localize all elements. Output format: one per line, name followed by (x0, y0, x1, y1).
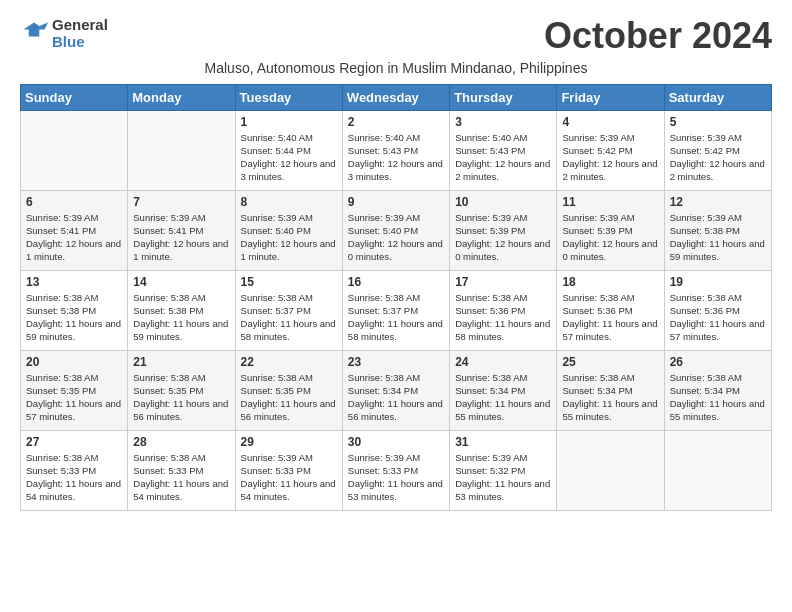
day-info: Sunrise: 5:39 AM Sunset: 5:38 PM Dayligh… (670, 211, 766, 264)
calendar-cell: 2Sunrise: 5:40 AM Sunset: 5:43 PM Daylig… (342, 110, 449, 190)
calendar-cell: 20Sunrise: 5:38 AM Sunset: 5:35 PM Dayli… (21, 350, 128, 430)
day-number: 20 (26, 355, 122, 369)
page-header: General Blue October 2024 (20, 16, 772, 56)
calendar-cell: 30Sunrise: 5:39 AM Sunset: 5:33 PM Dayli… (342, 430, 449, 510)
day-info: Sunrise: 5:38 AM Sunset: 5:35 PM Dayligh… (241, 371, 337, 424)
logo-text: General Blue (52, 16, 108, 50)
calendar-cell: 9Sunrise: 5:39 AM Sunset: 5:40 PM Daylig… (342, 190, 449, 270)
day-number: 17 (455, 275, 551, 289)
calendar-cell (664, 430, 771, 510)
day-number: 10 (455, 195, 551, 209)
day-number: 30 (348, 435, 444, 449)
day-number: 1 (241, 115, 337, 129)
day-info: Sunrise: 5:38 AM Sunset: 5:34 PM Dayligh… (455, 371, 551, 424)
logo: General Blue (20, 16, 108, 50)
day-info: Sunrise: 5:38 AM Sunset: 5:35 PM Dayligh… (133, 371, 229, 424)
col-header-wednesday: Wednesday (342, 84, 449, 110)
day-number: 22 (241, 355, 337, 369)
day-number: 24 (455, 355, 551, 369)
day-info: Sunrise: 5:38 AM Sunset: 5:34 PM Dayligh… (562, 371, 658, 424)
day-number: 21 (133, 355, 229, 369)
day-number: 7 (133, 195, 229, 209)
calendar-table: SundayMondayTuesdayWednesdayThursdayFrid… (20, 84, 772, 511)
day-number: 3 (455, 115, 551, 129)
day-number: 18 (562, 275, 658, 289)
calendar-cell: 19Sunrise: 5:38 AM Sunset: 5:36 PM Dayli… (664, 270, 771, 350)
calendar-cell: 12Sunrise: 5:39 AM Sunset: 5:38 PM Dayli… (664, 190, 771, 270)
calendar-cell: 24Sunrise: 5:38 AM Sunset: 5:34 PM Dayli… (450, 350, 557, 430)
day-number: 27 (26, 435, 122, 449)
day-number: 4 (562, 115, 658, 129)
day-info: Sunrise: 5:38 AM Sunset: 5:35 PM Dayligh… (26, 371, 122, 424)
calendar-cell: 21Sunrise: 5:38 AM Sunset: 5:35 PM Dayli… (128, 350, 235, 430)
day-info: Sunrise: 5:38 AM Sunset: 5:36 PM Dayligh… (455, 291, 551, 344)
svg-marker-0 (24, 23, 45, 37)
day-number: 5 (670, 115, 766, 129)
calendar-cell: 6Sunrise: 5:39 AM Sunset: 5:41 PM Daylig… (21, 190, 128, 270)
day-number: 23 (348, 355, 444, 369)
day-number: 15 (241, 275, 337, 289)
day-number: 28 (133, 435, 229, 449)
day-info: Sunrise: 5:39 AM Sunset: 5:33 PM Dayligh… (241, 451, 337, 504)
calendar-cell: 14Sunrise: 5:38 AM Sunset: 5:38 PM Dayli… (128, 270, 235, 350)
col-header-friday: Friday (557, 84, 664, 110)
calendar-cell: 16Sunrise: 5:38 AM Sunset: 5:37 PM Dayli… (342, 270, 449, 350)
day-number: 29 (241, 435, 337, 449)
day-info: Sunrise: 5:38 AM Sunset: 5:37 PM Dayligh… (348, 291, 444, 344)
day-number: 9 (348, 195, 444, 209)
calendar-cell: 11Sunrise: 5:39 AM Sunset: 5:39 PM Dayli… (557, 190, 664, 270)
calendar-cell: 25Sunrise: 5:38 AM Sunset: 5:34 PM Dayli… (557, 350, 664, 430)
day-number: 6 (26, 195, 122, 209)
col-header-saturday: Saturday (664, 84, 771, 110)
day-number: 8 (241, 195, 337, 209)
day-info: Sunrise: 5:38 AM Sunset: 5:36 PM Dayligh… (562, 291, 658, 344)
calendar-cell: 13Sunrise: 5:38 AM Sunset: 5:38 PM Dayli… (21, 270, 128, 350)
day-number: 11 (562, 195, 658, 209)
calendar-cell: 23Sunrise: 5:38 AM Sunset: 5:34 PM Dayli… (342, 350, 449, 430)
calendar-cell: 27Sunrise: 5:38 AM Sunset: 5:33 PM Dayli… (21, 430, 128, 510)
calendar-cell: 31Sunrise: 5:39 AM Sunset: 5:32 PM Dayli… (450, 430, 557, 510)
day-info: Sunrise: 5:39 AM Sunset: 5:40 PM Dayligh… (348, 211, 444, 264)
col-header-thursday: Thursday (450, 84, 557, 110)
day-number: 25 (562, 355, 658, 369)
col-header-tuesday: Tuesday (235, 84, 342, 110)
logo-icon (20, 19, 48, 47)
day-number: 12 (670, 195, 766, 209)
calendar-cell: 10Sunrise: 5:39 AM Sunset: 5:39 PM Dayli… (450, 190, 557, 270)
day-number: 26 (670, 355, 766, 369)
day-info: Sunrise: 5:38 AM Sunset: 5:33 PM Dayligh… (26, 451, 122, 504)
calendar-cell: 17Sunrise: 5:38 AM Sunset: 5:36 PM Dayli… (450, 270, 557, 350)
day-info: Sunrise: 5:39 AM Sunset: 5:42 PM Dayligh… (562, 131, 658, 184)
calendar-subtitle: Maluso, Autonomous Region in Muslim Mind… (20, 60, 772, 76)
calendar-cell: 3Sunrise: 5:40 AM Sunset: 5:43 PM Daylig… (450, 110, 557, 190)
day-info: Sunrise: 5:38 AM Sunset: 5:36 PM Dayligh… (670, 291, 766, 344)
day-number: 13 (26, 275, 122, 289)
day-number: 31 (455, 435, 551, 449)
day-info: Sunrise: 5:38 AM Sunset: 5:34 PM Dayligh… (670, 371, 766, 424)
col-header-monday: Monday (128, 84, 235, 110)
day-info: Sunrise: 5:38 AM Sunset: 5:37 PM Dayligh… (241, 291, 337, 344)
calendar-cell: 18Sunrise: 5:38 AM Sunset: 5:36 PM Dayli… (557, 270, 664, 350)
day-info: Sunrise: 5:38 AM Sunset: 5:38 PM Dayligh… (133, 291, 229, 344)
day-info: Sunrise: 5:39 AM Sunset: 5:33 PM Dayligh… (348, 451, 444, 504)
day-info: Sunrise: 5:38 AM Sunset: 5:38 PM Dayligh… (26, 291, 122, 344)
col-header-sunday: Sunday (21, 84, 128, 110)
calendar-cell (128, 110, 235, 190)
calendar-cell (21, 110, 128, 190)
day-info: Sunrise: 5:39 AM Sunset: 5:41 PM Dayligh… (133, 211, 229, 264)
calendar-cell: 4Sunrise: 5:39 AM Sunset: 5:42 PM Daylig… (557, 110, 664, 190)
day-info: Sunrise: 5:40 AM Sunset: 5:43 PM Dayligh… (348, 131, 444, 184)
day-number: 16 (348, 275, 444, 289)
day-info: Sunrise: 5:38 AM Sunset: 5:33 PM Dayligh… (133, 451, 229, 504)
day-info: Sunrise: 5:39 AM Sunset: 5:41 PM Dayligh… (26, 211, 122, 264)
calendar-cell: 15Sunrise: 5:38 AM Sunset: 5:37 PM Dayli… (235, 270, 342, 350)
calendar-cell: 7Sunrise: 5:39 AM Sunset: 5:41 PM Daylig… (128, 190, 235, 270)
month-title: October 2024 (544, 16, 772, 56)
calendar-cell: 28Sunrise: 5:38 AM Sunset: 5:33 PM Dayli… (128, 430, 235, 510)
day-info: Sunrise: 5:39 AM Sunset: 5:39 PM Dayligh… (562, 211, 658, 264)
day-info: Sunrise: 5:40 AM Sunset: 5:44 PM Dayligh… (241, 131, 337, 184)
day-info: Sunrise: 5:39 AM Sunset: 5:39 PM Dayligh… (455, 211, 551, 264)
calendar-cell: 8Sunrise: 5:39 AM Sunset: 5:40 PM Daylig… (235, 190, 342, 270)
calendar-cell: 22Sunrise: 5:38 AM Sunset: 5:35 PM Dayli… (235, 350, 342, 430)
day-info: Sunrise: 5:38 AM Sunset: 5:34 PM Dayligh… (348, 371, 444, 424)
